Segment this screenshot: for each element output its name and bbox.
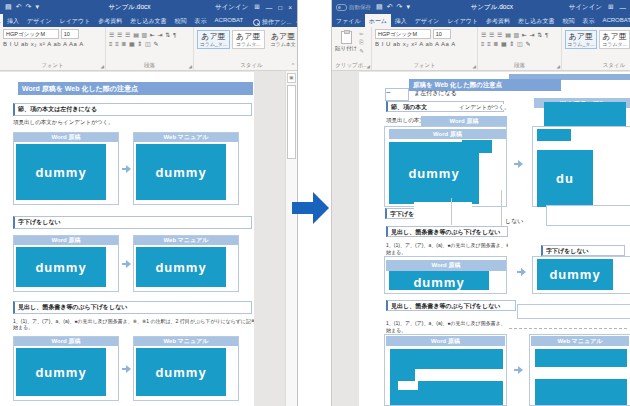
paragraph-dialog-launcher-icon[interactable]: ◢ <box>557 64 560 69</box>
text-fragment: しない <box>505 218 535 224</box>
dummy-image-sliced <box>535 349 627 405</box>
signin-link[interactable]: サインイン <box>215 3 248 12</box>
clipboard-icon <box>341 31 352 44</box>
style-card-column-heading[interactable]: あア亜 コラムタ... <box>599 30 630 49</box>
save-icon[interactable]: ▤ <box>376 3 383 11</box>
font-dialog-launcher-icon[interactable]: ◢ <box>473 64 476 69</box>
signin-link[interactable]: サインイン <box>569 3 602 12</box>
tab-design[interactable]: デザイン <box>23 14 56 27</box>
document-page-after[interactable]: 原稿を Web 化した際の注意点 ー ま左付きになる 節、項の本文 インデントが… <box>359 72 630 406</box>
titlebar: ▤ ↶ ↷ ▾ サンプル.docx サインイン ⊞ — □ × <box>0 0 297 14</box>
figure-frame: Word 原稿 <box>384 334 507 406</box>
tell-me-box[interactable]: 操作アシ... <box>247 14 295 27</box>
autosave-toggle[interactable]: 自動保存 <box>332 4 371 11</box>
toggle-icon <box>336 4 347 11</box>
dummy-image: dummy <box>389 142 479 204</box>
white-overlay <box>414 202 472 224</box>
vertical-scrollbar[interactable]: ▣ <box>285 71 297 406</box>
style-card-column-heading[interactable]: あア亜 コラムタ... <box>232 30 265 49</box>
paragraph-dialog-launcher-icon[interactable]: ◢ <box>189 64 192 69</box>
qat-dropdown-icon[interactable]: ▾ <box>35 3 39 11</box>
tab-mailings[interactable]: 差し込み文書 <box>126 14 170 27</box>
minimize-button[interactable]: — <box>620 4 627 11</box>
figure-arrow-icon <box>122 260 131 268</box>
font-size-combo[interactable]: 10 <box>61 29 79 39</box>
style-card-column-body[interactable]: あア亜 コラム本文 <box>267 30 297 49</box>
tab-view[interactable]: 表示 <box>191 14 211 27</box>
tab-review[interactable]: 校閲 <box>171 14 191 27</box>
close-button[interactable]: × <box>288 4 292 11</box>
section-body-line2: 始まる。 <box>13 324 254 330</box>
paragraph-buttons-row1[interactable]: ☰ ☰ ☰ ▤ ▥ ⇤ ⇥ ⇅ ¶ <box>481 31 559 38</box>
tab-layout[interactable]: レイアウト <box>56 14 95 27</box>
copy-icon[interactable]: ⎘ <box>359 39 364 46</box>
ribbon-options-icon[interactable]: ⊞ <box>254 3 259 11</box>
figure-web: Web マニュアル dummy <box>133 132 239 205</box>
section-body-line2: 始まる。 <box>386 249 446 255</box>
font-size-combo[interactable]: 10 <box>433 29 451 39</box>
redo-icon[interactable]: ↷ <box>397 3 403 11</box>
font-dialog-launcher-icon[interactable]: ◢ <box>101 64 104 69</box>
tab-view[interactable]: 表示 <box>578 14 598 27</box>
paragraph-buttons-row1[interactable]: ☰ ☰ ☰ ▤ ▥ ⇤ ⇥ ⇅ ¶ <box>109 31 191 38</box>
ruler-toggle-icon[interactable]: ▣ <box>287 73 296 83</box>
ribbon-tab-bar: ファイル ホーム 挿入 デザイン レイアウト 参考資料 差し込み文書 校閲 表示… <box>332 14 630 27</box>
style-card-column-title[interactable]: あア亜 コラム_タ... <box>197 30 230 49</box>
empty-box <box>546 205 630 226</box>
paragraph-buttons-row2[interactable]: ≡ ≡ ≣ ▦ ⇕ ◫ ✎ <box>109 40 191 47</box>
undo-icon[interactable]: ↶ <box>16 3 22 11</box>
dummy-image: dummy <box>136 348 226 396</box>
white-slice <box>398 381 418 390</box>
dummy-image-sliced <box>390 349 503 405</box>
font-name-combo[interactable]: HGPゴシックM <box>375 29 431 39</box>
font-buttons[interactable]: B I U ab x₂ x² A ab A Aa A <box>375 41 475 47</box>
document-page-before[interactable]: Word 原稿を Web 化した際の注意点 節、項の本文は左付きになる 項見出し… <box>0 72 254 406</box>
qat-dropdown-icon[interactable]: ▾ <box>406 3 410 11</box>
titlebar: 自動保存 ▤ ↶ ↷ ▾ サンプル.docx サインイン ⊞ — <box>332 0 630 14</box>
line-fragment <box>451 198 452 225</box>
tab-file[interactable]: ファイル <box>332 14 365 27</box>
dummy-image: dummy <box>16 247 106 287</box>
white-slice <box>415 369 503 381</box>
ribbon-options-icon[interactable]: ⊞ <box>608 3 613 11</box>
tab-references[interactable]: 参考資料 <box>482 14 514 27</box>
doc-title-band: Word 原稿を Web 化した際の注意点 <box>18 82 253 95</box>
tab-design[interactable]: デザイン <box>411 14 444 27</box>
tab-references[interactable]: 参考資料 <box>94 14 126 27</box>
transform-arrow-icon <box>292 189 330 227</box>
tab-acrobat[interactable]: ACROBAT <box>598 14 630 27</box>
figure-word: Word 原稿 dummy <box>13 132 119 205</box>
tab-layout[interactable]: レイアウト <box>443 14 482 27</box>
quick-access-toolbar: ▤ ↶ ↷ ▾ <box>0 3 44 11</box>
maximize-button[interactable]: □ <box>278 4 282 11</box>
font-name-combo[interactable]: HGPゴシックM <box>3 29 59 39</box>
font-group: HGPゴシックM 10 B I U ab x₂ x² A ab A Aa A フ… <box>0 27 106 70</box>
tab-acrobat[interactable]: ACROBAT <box>211 14 248 27</box>
paste-button[interactable]: 貼り付け <box>335 29 357 54</box>
tab-home[interactable]: ホーム <box>365 14 391 27</box>
tab-insert[interactable]: 挿入 <box>391 14 411 27</box>
section-heading: 見出し、箇条書き等のぶら下げをしない <box>386 226 508 237</box>
section-body-line2: 始まる。 <box>386 327 446 333</box>
redo-icon[interactable]: ↷ <box>26 3 32 11</box>
undo-icon[interactable]: ↶ <box>387 3 393 11</box>
document-area: 原稿を Web 化した際の注意点 ー ま左付きになる 節、項の本文 インデントが… <box>332 71 630 406</box>
share-icon[interactable]: ⇗ <box>295 17 297 27</box>
collapse-ribbon-icon[interactable]: ^ <box>292 62 294 68</box>
style-card-column-title[interactable]: あア亜 コラム_タ... <box>565 30 597 49</box>
figure-web: Web マニュアル dummy <box>133 235 239 292</box>
tab-mailings[interactable]: 差し込み文書 <box>514 14 558 27</box>
minimize-button[interactable]: — <box>266 4 273 11</box>
tab-insert[interactable]: 挿入 <box>3 14 23 27</box>
paragraph-buttons-row2[interactable]: ≡ ≡ ≣ ▦ ⇕ ◫ ✎ <box>481 40 559 47</box>
scrollbar-thumb[interactable] <box>287 85 296 159</box>
font-buttons[interactable]: B I U ab x₂ x² A ab A Aa A <box>3 41 103 47</box>
cut-icon[interactable]: ✂ <box>359 31 364 37</box>
figure-word: Word 原稿 dummy <box>13 235 119 292</box>
clipboard-dialog-launcher-icon[interactable]: ◢ <box>367 64 370 69</box>
dummy-image: dummy <box>16 348 106 396</box>
tab-review[interactable]: 校閲 <box>558 14 578 27</box>
figure-arrow-icon <box>122 365 131 373</box>
format-painter-icon[interactable]: ✎ <box>359 48 364 54</box>
save-icon[interactable]: ▤ <box>5 3 12 11</box>
